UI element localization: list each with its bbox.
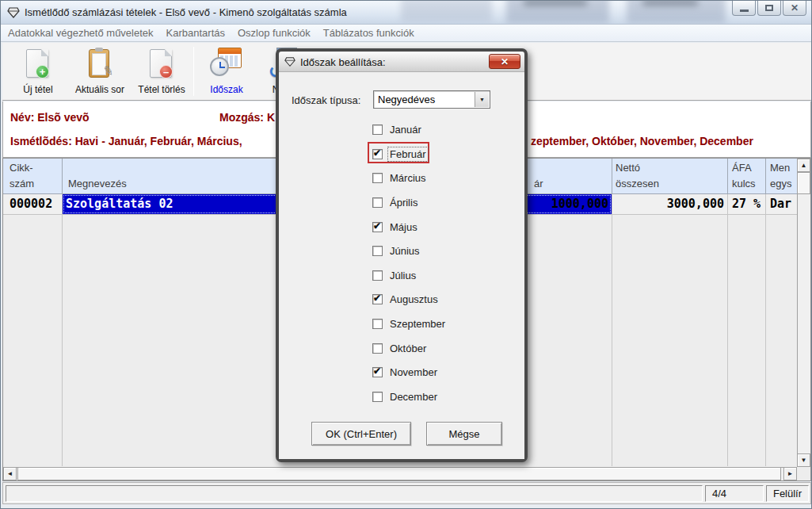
maximize-button[interactable]	[757, 1, 781, 16]
period-type-value: Negyedéves	[378, 94, 435, 105]
checkbox-icon[interactable]: ✔	[372, 149, 383, 159]
repetition-text-right: zeptember, Október, November, December	[531, 135, 753, 147]
period-icon	[210, 48, 243, 82]
app-diamond-icon	[7, 6, 20, 19]
close-button[interactable]: ✕	[783, 1, 806, 16]
tool-label: Aktuális sor	[75, 84, 124, 95]
scroll-right-icon: ►	[787, 471, 794, 477]
scroll-left-button[interactable]: ◄	[3, 467, 17, 480]
chevron-down-icon: ▼	[479, 97, 485, 102]
checkbox-icon[interactable]: ✔	[372, 124, 383, 135]
month-checkbox-januar[interactable]: ✔Január	[372, 123, 423, 136]
col-header-cikkszam-2[interactable]: szám	[10, 178, 34, 189]
header-gridline	[62, 159, 63, 194]
tool-label: Tétel törlés	[138, 84, 185, 95]
cell-mennyisegi-egyseg[interactable]: Dar	[770, 194, 797, 214]
overwrite-mode-indicator: Felülír	[766, 485, 809, 502]
col-header-afa-1[interactable]: ÁFA	[732, 162, 752, 174]
col-header-menny-1[interactable]: Men	[770, 162, 790, 174]
month-checkbox-marcius[interactable]: ✔Március	[372, 171, 428, 184]
table-gridline	[727, 194, 728, 466]
month-checkbox-julius[interactable]: ✔Július	[372, 269, 417, 281]
current-row-icon: ✎	[83, 48, 116, 82]
ok-button[interactable]: OK (Ctrl+Enter)	[311, 422, 411, 446]
checkbox-icon[interactable]: ✔	[372, 319, 383, 329]
status-message-section	[6, 485, 703, 502]
vertical-scrollbar[interactable]: ▲ ▼	[797, 159, 810, 467]
cancel-button[interactable]: Mégse	[426, 422, 502, 446]
col-header-megnevezes[interactable]: Megnevezés	[68, 178, 127, 189]
tool-label: Időszak	[210, 84, 242, 95]
month-checkbox-augusztus[interactable]: ✔Augusztus	[372, 293, 440, 305]
month-checkbox-november[interactable]: ✔November	[372, 365, 439, 378]
titlebar: Ismétlődő számlázási tételek - Első vevő…	[1, 1, 812, 25]
header-gridline	[612, 159, 612, 194]
delete-item-icon: –	[145, 48, 178, 82]
dialog-close-icon: ✕	[501, 56, 509, 67]
month-checkbox-oktober[interactable]: ✔Október	[372, 342, 428, 354]
checkbox-icon[interactable]: ✔	[372, 343, 383, 354]
dropdown-button[interactable]: ▼	[475, 92, 489, 107]
col-header-afa-2[interactable]: kulcs	[732, 178, 756, 189]
col-header-netto-1[interactable]: Nettó	[616, 162, 640, 174]
checkbox-icon[interactable]: ✔	[372, 367, 383, 377]
checkbox-icon[interactable]: ✔	[372, 294, 383, 304]
repetition-text-left: Ismétlõdés: Havi - Január, Február, Márc…	[10, 135, 242, 147]
cell-cikkszam[interactable]: 000002	[10, 194, 59, 214]
month-checkbox-junius[interactable]: ✔Június	[372, 244, 421, 257]
checkbox-icon[interactable]: ✔	[372, 197, 383, 208]
titlebar-glass-blur	[642, 1, 698, 6]
scroll-left-icon: ◄	[7, 471, 13, 477]
period-type-dropdown[interactable]: Negyedéves ▼	[373, 90, 490, 109]
month-checkbox-aprilis[interactable]: ✔Április	[372, 196, 419, 209]
checkbox-icon[interactable]: ✔	[372, 222, 383, 232]
delete-item-button[interactable]: – Tétel törlés	[132, 44, 191, 98]
col-header-netto-2[interactable]: összesen	[616, 178, 659, 189]
menubar: Adatokkal végezhető műveletek Karbantart…	[1, 25, 812, 42]
period-dialog: Időszak beállítása: ✕ Időszak típusa: Ne…	[276, 48, 528, 462]
statusbar: 4/4 Felülír	[2, 482, 811, 504]
checkbox-icon[interactable]: ✔	[372, 246, 383, 256]
cell-netto-osszesen[interactable]: 3000,000	[612, 194, 724, 214]
month-checkbox-februar[interactable]: ✔Február	[372, 147, 428, 160]
dialog-close-button[interactable]: ✕	[489, 54, 520, 69]
col-header-cikkszam-1[interactable]: Cikk-	[10, 162, 33, 174]
close-icon: ✕	[791, 3, 799, 13]
record-position-indicator: 4/4	[705, 485, 764, 502]
new-item-icon: +	[21, 48, 55, 82]
month-checkbox-december[interactable]: ✔December	[372, 390, 439, 403]
scroll-up-button[interactable]: ▲	[797, 159, 810, 172]
dialog-title: Időszak beállítása:	[300, 56, 386, 68]
minimize-button[interactable]	[732, 1, 756, 16]
scroll-up-icon: ▲	[801, 163, 807, 169]
vertical-scroll-thumb[interactable]	[797, 172, 810, 194]
scroll-down-button[interactable]: ▼	[797, 454, 810, 467]
titlebar-glass-blur	[524, 1, 587, 6]
checkbox-icon[interactable]: ✔	[372, 173, 383, 183]
col-header-egysegar[interactable]: ár	[534, 178, 543, 189]
horizontal-scroll-thumb[interactable]	[17, 467, 781, 480]
month-checkbox-majus[interactable]: ✔Május	[372, 220, 419, 233]
horizontal-scrollbar[interactable]: ◄ ►	[3, 467, 797, 480]
checkbox-icon[interactable]: ✔	[372, 270, 383, 281]
new-item-button[interactable]: + Új tétel	[9, 44, 67, 98]
maximize-icon	[765, 5, 773, 11]
col-header-menny-2[interactable]: egys	[770, 178, 791, 189]
scroll-right-button[interactable]: ►	[783, 467, 797, 480]
customer-name-text: Név: Elsõ vevõ	[10, 111, 90, 124]
checkbox-icon[interactable]: ✔	[372, 392, 383, 402]
cell-afa-kulcs[interactable]: 27 %	[732, 194, 764, 214]
scroll-down-icon: ▼	[801, 457, 807, 464]
period-button[interactable]: Időszak	[197, 44, 256, 98]
menu-item-karbantartas[interactable]: Karbantartás	[160, 27, 231, 39]
menu-item-tablazatos-funkciok[interactable]: Táblázatos funkciók	[317, 27, 421, 39]
dialog-titlebar: Időszak beállítása: ✕	[279, 52, 524, 72]
table-gridline	[765, 194, 766, 466]
month-checkbox-szeptember[interactable]: ✔Szeptember	[372, 317, 447, 330]
menu-item-adatokkal[interactable]: Adatokkal végezhető műveletek	[1, 27, 160, 39]
current-row-button[interactable]: ✎ Aktuális sor	[71, 44, 129, 98]
menu-item-oszlop-funkciok[interactable]: Oszlop funkciók	[231, 27, 317, 39]
titlebar-glass-blur	[401, 1, 492, 21]
minimize-icon	[740, 10, 749, 12]
table-gridline	[62, 194, 63, 466]
